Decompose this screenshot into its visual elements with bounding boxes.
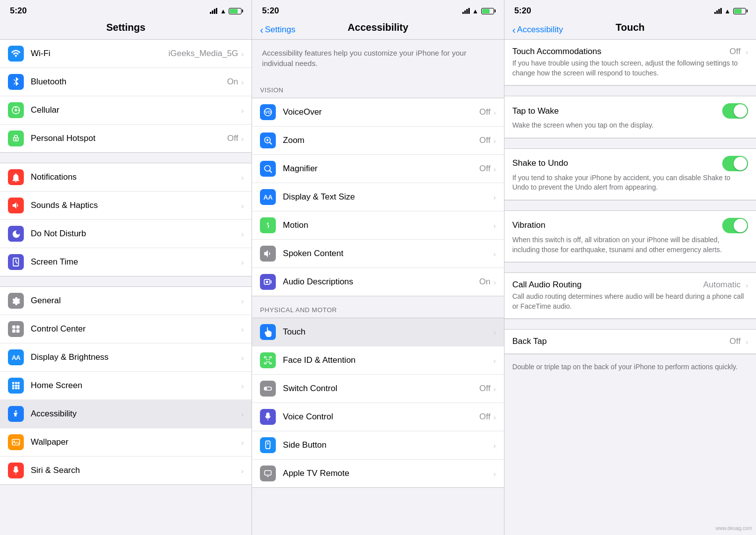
setting-homescreen[interactable]: Home Screen › — [0, 372, 252, 400]
setting-screentime[interactable]: Screen Time › — [0, 248, 252, 276]
setting-cellular[interactable]: Cellular › — [0, 96, 252, 125]
svg-point-23 — [13, 441, 15, 442]
back-tap-value-wrap: Off › — [730, 336, 748, 346]
general-chevron: › — [241, 297, 244, 305]
cellular-chevron: › — [241, 106, 244, 115]
touch-list[interactable]: Touch Accommodations Off › If you have t… — [504, 40, 756, 535]
general-setting-icon — [8, 293, 24, 309]
status-icons-1: ▲ — [210, 7, 242, 15]
setting-audiodesc[interactable]: Audio Descriptions On › — [252, 268, 504, 296]
status-bar-3: 5:20 ▲ — [504, 0, 756, 20]
voicecontrol-label: Voice Control — [283, 412, 479, 422]
back-tap-title: Back Tap — [512, 336, 547, 346]
svg-rect-16 — [15, 385, 17, 387]
setting-motion[interactable]: Motion › — [252, 211, 504, 240]
accessibility-title: Accessibility — [348, 22, 408, 33]
vision-header: VISION — [252, 76, 504, 98]
setting-hotspot[interactable]: Personal Hotspot Off › — [0, 125, 252, 152]
sidebutton-icon — [260, 437, 276, 453]
faceid-label: Face ID & Attention — [283, 355, 493, 365]
sidebutton-label: Side Button — [283, 440, 493, 450]
shake-undo-group: Shake to Undo If you tend to shake your … — [504, 148, 756, 201]
back-to-settings[interactable]: ‹ Settings — [260, 25, 295, 35]
back-tap-value: Off — [730, 336, 741, 346]
setting-magnifier[interactable]: Magnifier Off › — [252, 155, 504, 183]
shake-undo-row[interactable]: Shake to Undo If you tend to shake your … — [504, 149, 756, 200]
battery-icon-2 — [481, 8, 494, 14]
setting-notifications[interactable]: Notifications › — [0, 163, 252, 192]
tap-to-wake-group: Tap to Wake Wake the screen when you tap… — [504, 96, 756, 138]
status-bar-2: 5:20 ▲ — [252, 0, 504, 20]
back-chevron-2: ‹ — [512, 25, 516, 35]
svg-point-1 — [15, 109, 17, 112]
appletv-icon — [260, 466, 276, 481]
back-to-accessibility[interactable]: ‹ Accessibility — [512, 25, 563, 35]
back-tap-row[interactable]: Back Tap Off › — [504, 330, 756, 354]
cc-chevron: › — [241, 325, 244, 334]
bluetooth-value: On — [227, 77, 239, 87]
display-label: Display & Brightness — [31, 352, 241, 362]
section-physical: Touch › Face ID & Attention › Switch Con… — [252, 318, 504, 488]
siri-setting-icon — [8, 463, 24, 478]
svg-rect-37 — [270, 357, 272, 358]
tap-to-wake-toggle[interactable] — [722, 103, 748, 119]
voiceover-label: VoiceOver — [283, 107, 479, 117]
setting-dnd[interactable]: Do Not Disturb › — [0, 220, 252, 248]
back-tap-group: Back Tap Off › — [504, 329, 756, 354]
zoom-label: Zoom — [283, 135, 479, 145]
svg-rect-12 — [12, 382, 14, 384]
svg-rect-24 — [14, 466, 18, 471]
setting-faceid[interactable]: Face ID & Attention › — [252, 346, 504, 375]
audiodesc-chevron: › — [494, 278, 496, 286]
audiodesc-value: On — [479, 277, 491, 287]
appletv-chevron: › — [494, 469, 496, 478]
setting-sidebutton[interactable]: Side Button › — [252, 431, 504, 460]
wifi-value: iGeeks_Media_5G — [169, 49, 239, 59]
magnifier-icon — [260, 161, 276, 177]
setting-spoken[interactable]: Spoken Content › — [252, 240, 504, 268]
tap-to-wake-row[interactable]: Tap to Wake Wake the screen when you tap… — [504, 96, 756, 138]
vibration-toggle[interactable] — [722, 218, 748, 233]
sounds-chevron: › — [241, 201, 244, 210]
setting-wifi[interactable]: Wi-Fi iGeeks_Media_5G › — [0, 40, 252, 68]
setting-display[interactable]: AA Display & Brightness › — [0, 343, 252, 372]
setting-sounds[interactable]: Sounds & Haptics › — [0, 192, 252, 220]
setting-zoom[interactable]: Zoom Off › — [252, 127, 504, 155]
spoken-icon — [260, 246, 276, 262]
setting-siri[interactable]: Siri & Search › — [0, 457, 252, 484]
setting-voiceover[interactable]: VO VoiceOver Off › — [252, 98, 504, 127]
setting-wallpaper[interactable]: Wallpaper › — [0, 428, 252, 457]
screentime-setting-icon — [8, 254, 24, 270]
faceid-chevron: › — [494, 356, 496, 365]
setting-controlcenter[interactable]: Control Center › — [0, 315, 252, 343]
accessibility-label: Accessibility — [31, 409, 241, 419]
tap-to-wake-desc: Wake the screen when you tap on the disp… — [512, 121, 748, 131]
settings-list[interactable]: Wi-Fi iGeeks_Media_5G › Bluetooth On › C… — [0, 40, 252, 535]
setting-voicecontrol[interactable]: Voice Control Off › — [252, 403, 504, 431]
setting-general[interactable]: General › — [0, 287, 252, 315]
voicecontrol-chevron: › — [494, 413, 496, 421]
screentime-chevron: › — [241, 258, 244, 267]
setting-switchcontrol[interactable]: Switch Control Off › — [252, 375, 504, 403]
setting-touch[interactable]: Touch › — [252, 318, 504, 346]
setting-textsize[interactable]: AA Display & Text Size › — [252, 183, 504, 211]
call-audio-value: Automatic — [703, 280, 741, 290]
watermark: www.deuag.com — [716, 526, 752, 531]
accessibility-list[interactable]: Accessibility features help you customiz… — [252, 40, 504, 535]
signal-icon-3 — [714, 8, 722, 14]
shake-undo-toggle[interactable] — [722, 156, 748, 171]
touch-accommodations-row[interactable]: Touch Accommodations Off › If you have t… — [504, 40, 756, 85]
setting-accessibility[interactable]: Accessibility › — [0, 400, 252, 428]
audiodesc-label: Audio Descriptions — [283, 277, 479, 287]
call-audio-desc: Call audio routing determines where audi… — [512, 292, 748, 311]
setting-bluetooth[interactable]: Bluetooth On › — [0, 68, 252, 96]
touch-accommodations-desc: If you have trouble using the touch scre… — [512, 59, 748, 78]
zoom-chevron: › — [494, 136, 496, 145]
touch-accommodations-value: Off › — [730, 47, 748, 57]
setting-appletv[interactable]: Apple TV Remote › — [252, 460, 504, 487]
battery-icon-1 — [229, 8, 242, 14]
vibration-row[interactable]: Vibration When this switch is off, all v… — [504, 211, 756, 262]
appletv-label: Apple TV Remote — [283, 468, 493, 478]
svg-point-40 — [266, 359, 267, 360]
call-audio-row[interactable]: Call Audio Routing Automatic › Call audi… — [504, 273, 756, 319]
